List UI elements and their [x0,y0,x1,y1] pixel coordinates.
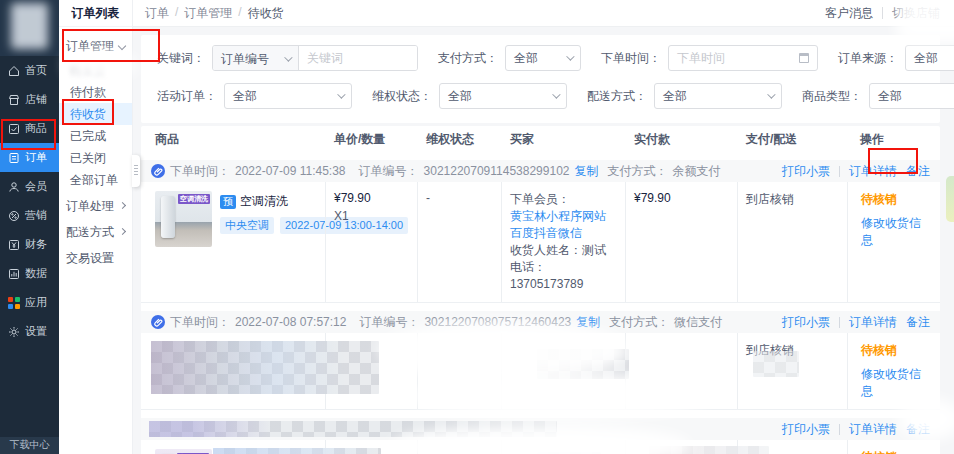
sidebar-item-shop[interactable]: 店铺 [0,85,59,114]
order-group-2: 下单时间：2022-07-08 07:57:12 订单编号：3021220708… [141,311,940,410]
data-chart-icon [8,268,20,280]
order-2-header: 下单时间：2022-07-08 07:57:12 订单编号：3021220708… [141,311,940,333]
pay-method-select[interactable]: 全部 [505,45,581,71]
delivery-method-label: 配送方式： [587,88,647,105]
order-group-3: 打印小票 订单详情 备注 空调清洗 [141,418,940,454]
sidebar-item-marketing[interactable]: 营销 [0,201,59,230]
copy-order-no-link[interactable]: 复制 [574,163,598,180]
apps-grid-icon [8,297,20,309]
paperclip-icon [151,315,165,329]
sidebar-item-home[interactable]: 首页 [0,56,59,85]
delivery-method-select[interactable]: 全部 [654,83,782,109]
order-detail-link[interactable]: 订单详情 [849,163,897,180]
download-center-button[interactable]: 下载中心 [0,437,59,454]
breadcrumb-pending-receive: 待收货 [248,5,284,22]
goods-type-label: 商品类型： [802,88,862,105]
switch-store-link[interactable]: 切换店铺 [892,5,940,22]
dispute-status-select[interactable]: 全部 [439,83,567,109]
sidebar-item-label: 财务 [25,237,47,252]
print-receipt-link[interactable]: 打印小票 [782,314,830,331]
goods-type-select[interactable]: 全部 [869,83,954,109]
submenu-item-order-process[interactable]: 订单处理 [59,195,132,217]
order-number: 3021220708075712460423 [424,315,571,329]
breadcrumb-orders[interactable]: 订单 [145,5,169,22]
sidebar-item-settings[interactable]: 设置 [0,317,59,346]
pay-method-label: 支付方式： [438,50,498,67]
topbar: 订单 / 订单管理 / 待收货 客户消息 切换店铺 [133,0,954,27]
member-icon [8,181,20,193]
topbar-right: 客户消息 切换店铺 [825,5,940,22]
col-dispute: 维权状态 [417,131,501,148]
print-receipt-link[interactable]: 打印小票 [782,163,830,180]
keyword-input[interactable] [299,46,417,70]
censored-region [151,341,379,394]
sidebar-item-data[interactable]: 数据 [0,259,59,288]
copy-order-no-link[interactable]: 复制 [576,314,600,331]
submenu-item-completed[interactable]: 已完成 [59,125,132,147]
product-image[interactable]: 空调清洗 [155,449,212,454]
sidebar-item-label: 商品 [25,121,47,136]
submenu-item-closed[interactable]: 已关闭 [59,147,132,169]
sidebar-item-goods[interactable]: 商品 [0,114,59,143]
sidebar-collapse-handle[interactable] [132,155,140,187]
delivery-cell: 到店核销 [737,182,847,302]
shop-icon [8,94,20,106]
order-detail-link[interactable]: 订单详情 [849,421,897,438]
sidebar-item-members[interactable]: 会员 [0,172,59,201]
remark-link[interactable]: 备注 [906,421,930,438]
order-time-label: 下单时间： [601,50,661,67]
dispute-cell: - [417,182,501,302]
order-3-header: 打印小票 订单详情 备注 [141,418,940,440]
submenu-item-pending-pay[interactable]: 待付款 [59,81,132,103]
customer-messages-link[interactable]: 客户消息 [825,5,873,22]
print-receipt-link[interactable]: 打印小票 [782,421,830,438]
order-source-select[interactable]: 全部 [905,45,954,71]
breadcrumb-order-manage[interactable]: 订单管理 [184,5,232,22]
modify-address-link[interactable]: 修改收货信息 [861,366,932,400]
submenu-item-trade-settings[interactable]: 交易设置 [59,247,132,269]
modify-address-link[interactable]: 修改收货信息 [861,215,932,249]
remark-link[interactable]: 备注 [906,163,930,180]
submenu-group-order-manage[interactable]: 订单管理 [59,33,132,59]
censored-region [753,351,799,377]
submenu-item-pending-ship[interactable]: 待发货 [59,59,132,81]
censored-region [537,349,629,379]
order-detail-link[interactable]: 订单详情 [849,314,897,331]
actions-cell: 待核销 修改收货信息 [847,440,940,454]
chevron-down-icon [337,90,345,98]
gear-icon [8,326,20,338]
sidebar-item-label: 数据 [25,266,47,281]
actions-cell: 待核销 修改收货信息 [847,333,940,409]
submenu-item-delivery-method[interactable]: 配送方式 [59,221,132,243]
chevron-down-icon [118,42,126,50]
marketing-icon [8,210,20,222]
buyer-cell: 下单会员： 黄宝林小程序网站百度抖音微信 收货人姓名：测试 电话：1370517… [501,182,625,302]
keyword-combo: 订单编号 [212,45,418,71]
sidebar-item-finance[interactable]: 财务 [0,230,59,259]
sidebar-item-label: 首页 [25,63,47,78]
product-image[interactable]: 空调清洗 [155,191,212,247]
sidebar-item-orders[interactable]: 订单 [0,143,59,172]
actions-cell: 待核销 修改收货信息 [847,182,940,302]
submenu-item-all-orders[interactable]: 全部订单 [59,169,132,191]
remark-link[interactable]: 备注 [906,314,930,331]
paperclip-icon [151,164,165,178]
submenu-title: 订单列表 [59,0,132,27]
product-tag: 中央空调 [220,217,274,234]
presale-badge: 预 [220,195,236,209]
order-2-row: 到店核销 待核销 修改收货信息 [141,333,940,410]
dispute-status-label: 维权状态： [372,88,432,105]
order-time-datepicker[interactable]: 下单时间 [668,45,818,71]
keyword-type-select[interactable]: 订单编号 [213,46,299,71]
sidebar-item-apps[interactable]: 应用 [0,288,59,317]
buyer-member-link[interactable]: 黄宝林小程序网站百度抖音微信 [510,208,617,242]
chevron-down-icon [552,90,560,98]
submenu-item-pending-receive[interactable]: 待收货 [59,103,132,125]
product-title[interactable]: 空调清洗 [240,193,288,210]
goods-icon [8,123,20,135]
keyword-label: 关键词： [157,50,205,67]
sidebar-item-label: 应用 [25,295,47,310]
censored-region [649,446,769,454]
product-cell: 空调清洗 预 空调清洗 中央空调 2022-07-09 13:00-14:00 [141,182,325,302]
activity-order-select[interactable]: 全部 [224,83,352,109]
